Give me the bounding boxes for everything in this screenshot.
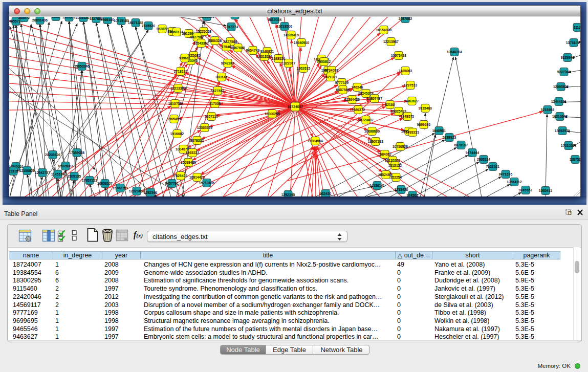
svg-text:17010504: 17010504 [561, 144, 576, 147]
svg-text:12213957: 12213957 [383, 40, 399, 43]
svg-text:10654112: 10654112 [507, 180, 522, 184]
svg-text:939611: 939611 [179, 56, 190, 60]
svg-text:7625402: 7625402 [174, 174, 188, 178]
svg-text:16543362: 16543362 [193, 41, 209, 45]
svg-text:8386328: 8386328 [208, 39, 222, 42]
svg-text:10807487: 10807487 [367, 97, 382, 100]
svg-text:15720407: 15720407 [358, 118, 374, 122]
svg-text:9463627: 9463627 [405, 99, 419, 103]
svg-text:9227341: 9227341 [557, 70, 571, 74]
svg-text:1493223: 1493223 [406, 130, 420, 134]
svg-text:9242844: 9242844 [221, 61, 235, 65]
svg-text:2087652: 2087652 [399, 17, 412, 20]
svg-text:874563: 874563 [407, 193, 419, 196]
svg-text:1610755: 1610755 [168, 102, 182, 105]
svg-text:803144: 803144 [216, 75, 228, 79]
svg-text:2505135: 2505135 [68, 174, 81, 178]
svg-text:12093822: 12093822 [553, 85, 569, 89]
svg-text:9699695: 9699695 [417, 123, 431, 126]
svg-text:9329946: 9329946 [561, 56, 575, 59]
svg-text:18724007: 18724007 [288, 105, 303, 108]
svg-text:21364436: 21364436 [344, 98, 360, 101]
svg-text:6466160: 6466160 [101, 18, 115, 21]
svg-text:963822: 963822 [157, 27, 168, 31]
svg-text:417006: 417006 [209, 102, 221, 105]
svg-text:1292346: 1292346 [144, 191, 158, 194]
svg-text:8427552: 8427552 [211, 89, 225, 93]
svg-text:12213303: 12213303 [170, 86, 186, 90]
svg-text:205572: 205572 [18, 17, 30, 19]
svg-text:7386372: 7386372 [352, 108, 365, 112]
svg-text:9474444: 9474444 [466, 151, 480, 155]
svg-text:17957223: 17957223 [82, 179, 97, 182]
svg-text:16914479: 16914479 [189, 176, 205, 179]
svg-text:1322017: 1322017 [282, 61, 296, 65]
svg-text:3267110: 3267110 [205, 115, 218, 118]
svg-text:9777109: 9777109 [335, 81, 349, 84]
svg-text:18640910: 18640910 [294, 41, 309, 45]
svg-text:18313114: 18313114 [257, 55, 272, 58]
svg-text:16671385: 16671385 [128, 21, 143, 25]
svg-text:1362615: 1362615 [297, 67, 311, 70]
svg-text:7485063: 7485063 [399, 69, 412, 73]
svg-text:12156829: 12156829 [19, 169, 35, 172]
svg-text:962450: 962450 [320, 192, 332, 195]
svg-text:16210643: 16210643 [552, 115, 568, 118]
svg-text:15692971: 15692971 [555, 129, 570, 133]
svg-text:9245652: 9245652 [519, 188, 533, 192]
svg-text:1112: 1112 [574, 26, 580, 29]
svg-text:17359928: 17359928 [69, 151, 84, 155]
svg-text:3913157: 3913157 [9, 169, 20, 173]
svg-text:7632621: 7632621 [486, 165, 500, 168]
svg-text:6879197: 6879197 [454, 143, 468, 147]
svg-text:1297513: 1297513 [404, 83, 418, 87]
svg-text:8813054: 8813054 [268, 18, 282, 21]
svg-text:5938923: 5938923 [443, 136, 456, 139]
svg-text:746246: 746246 [352, 85, 363, 89]
svg-text:1733426: 1733426 [395, 188, 408, 191]
svg-text:6487568: 6487568 [336, 88, 350, 92]
svg-text:15710485: 15710485 [199, 181, 214, 185]
svg-text:18300295: 18300295 [265, 112, 280, 116]
svg-text:1065411: 1065411 [539, 189, 552, 192]
svg-text:19218506: 19218506 [277, 25, 292, 28]
svg-text:19384554: 19384554 [308, 139, 323, 143]
svg-text:20691406: 20691406 [32, 18, 48, 22]
svg-text:16782759: 16782759 [113, 186, 128, 190]
svg-text:9427502: 9427502 [190, 35, 204, 39]
svg-text:116753: 116753 [570, 158, 580, 161]
svg-text:1965493: 1965493 [167, 117, 181, 121]
svg-text:10973493: 10973493 [391, 54, 406, 57]
svg-text:10553267: 10553267 [76, 17, 91, 19]
svg-text:20206526: 20206526 [45, 153, 60, 157]
svg-text:2867608: 2867608 [231, 46, 245, 50]
svg-text:1421022: 1421022 [324, 75, 338, 79]
svg-text:10688609: 10688609 [364, 129, 380, 133]
svg-text:12444191: 12444191 [551, 100, 567, 103]
svg-text:18907293: 18907293 [368, 140, 383, 143]
svg-text:1916682: 1916682 [170, 132, 184, 136]
svg-text:8454749: 8454749 [246, 49, 260, 52]
svg-text:7955812: 7955812 [317, 60, 331, 63]
svg-text:6734078: 6734078 [325, 69, 339, 72]
svg-text:252254: 252254 [390, 176, 402, 179]
svg-text:62160: 62160 [385, 103, 395, 106]
svg-text:7515520: 7515520 [142, 24, 156, 28]
svg-text:10719185: 10719185 [114, 19, 129, 23]
svg-text:7357274: 7357274 [225, 25, 238, 29]
svg-text:8678332: 8678332 [190, 139, 204, 142]
svg-text:25053346: 25053346 [74, 64, 90, 68]
svg-text:97546: 97546 [222, 45, 231, 49]
svg-text:2718176: 2718176 [174, 70, 188, 73]
svg-text:1684067: 1684067 [378, 152, 392, 156]
svg-text:1905572: 1905572 [62, 17, 76, 19]
svg-text:16053809: 16053809 [199, 17, 214, 18]
svg-text:9638: 9638 [52, 17, 59, 18]
svg-text:9457791: 9457791 [165, 182, 179, 185]
svg-text:1145194: 1145194 [51, 172, 64, 176]
svg-text:13751074: 13751074 [566, 41, 580, 45]
svg-text:10958107: 10958107 [97, 182, 113, 185]
svg-text:1640951: 1640951 [432, 129, 446, 133]
svg-text:14325419: 14325419 [284, 33, 299, 37]
svg-text:1615132: 1615132 [388, 164, 402, 167]
